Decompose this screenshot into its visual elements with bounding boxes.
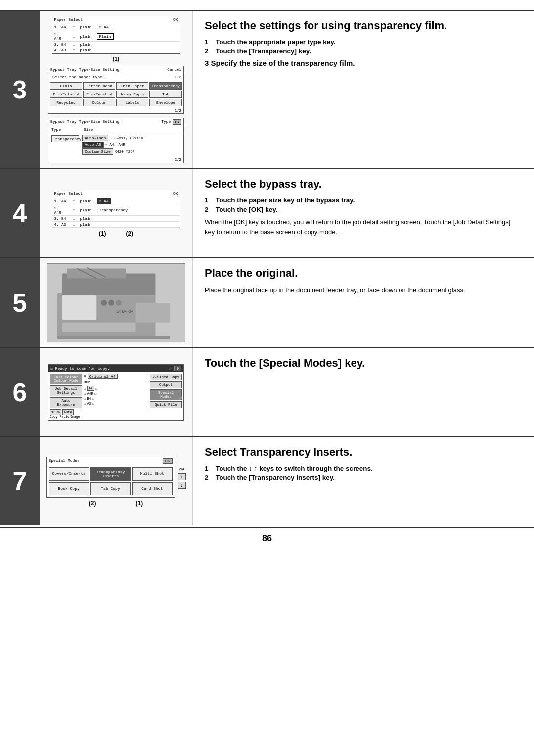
step-6-content: Touch the [Special Modes] key. bbox=[193, 348, 534, 436]
step-7-title: Select Transparency Inserts. bbox=[205, 445, 522, 460]
svg-point-8 bbox=[116, 300, 122, 306]
svg-rect-9 bbox=[62, 323, 135, 332]
step-5-image: SHARP bbox=[40, 258, 193, 347]
ps-row-3: 3. B4 ☐ plain bbox=[52, 42, 180, 47]
step-4-ps-screen: Paper Select OK 1. A4 ☐ plain ☑ A4 2. A4… bbox=[52, 190, 180, 228]
step-4-instr-2: 2 Touch the [OK] key. bbox=[205, 206, 522, 213]
bs-grid: Plain Letter Head Thin Paper Transparenc… bbox=[48, 81, 183, 108]
step-6-number: 6 bbox=[0, 348, 40, 436]
ps-row-4: 4. A3 ☐ plain bbox=[52, 47, 180, 53]
step-3-number: 3 bbox=[0, 11, 40, 168]
step-4-title: Select the bypass tray. bbox=[205, 177, 522, 191]
step-4-instructions: 1 Touch the paper size key of the bypass… bbox=[205, 196, 522, 213]
paper-select-screen-wrapper: Paper Select OK 1. A4 ☐ plain ☑ A4 2. A4… bbox=[52, 16, 180, 62]
step-7-instr-1: 1 Touch the ↓ ↑ keys to switch through t… bbox=[205, 465, 522, 472]
step-5-row: 5 bbox=[0, 257, 534, 347]
step-5-content: Place the original. Place the original f… bbox=[193, 258, 534, 347]
card-shot-button[interactable]: Card Shot bbox=[132, 482, 172, 495]
step-7-instructions: 1 Touch the ↓ ↑ keys to switch through t… bbox=[205, 465, 522, 481]
transparency-size-screen: Bypass Tray Type/Size Setting Type OK Ty… bbox=[48, 118, 184, 163]
nav-down-button[interactable]: ↓ bbox=[178, 482, 186, 489]
svg-point-6 bbox=[101, 300, 107, 306]
nav-up-button[interactable]: ↑ bbox=[178, 473, 186, 480]
bypass-type-screen-wrapper: Bypass Tray Type/Size Setting Cancel Sel… bbox=[48, 66, 184, 114]
step-7-image: Special Modes OK Covers/Inserts Transpar… bbox=[40, 437, 193, 525]
machine-photo: SHARP bbox=[47, 263, 185, 342]
bypass-type-screen: Bypass Tray Type/Size Setting Cancel Sel… bbox=[48, 66, 184, 114]
step-3-row: 3 Paper Select OK 1. A4 ☐ plain bbox=[0, 10, 534, 168]
step-3-instr-1: 1 Touch the appropriate paper type key. bbox=[205, 38, 522, 46]
step-3-sub-instruction: 3 Specify the size of the transparency f… bbox=[205, 59, 522, 67]
svg-rect-4 bbox=[135, 303, 170, 323]
ps-titlebar: Paper Select OK bbox=[52, 16, 180, 23]
step-3-screens: Paper Select OK 1. A4 ☐ plain ☑ A4 2. A4… bbox=[44, 16, 187, 163]
step-5-number: 5 bbox=[0, 258, 40, 347]
step-5-body: Place the original face up in the docume… bbox=[205, 285, 522, 296]
step-3-instr-2: 2 Touch the [Transparency] key. bbox=[205, 47, 522, 55]
step-6-image: ☑ Ready to scan for copy. ⇄ 0 Full Colou… bbox=[40, 348, 193, 436]
machine-svg: SHARP bbox=[47, 263, 185, 342]
step-4-number: 4 bbox=[0, 169, 40, 257]
step-4-content: Select the bypass tray. 1 Touch the pape… bbox=[193, 169, 534, 257]
step-4-image: Paper Select OK 1. A4 ☐ plain ☑ A4 2. A4… bbox=[40, 169, 193, 257]
page-container: 3 Paper Select OK 1. A4 ☐ plain bbox=[0, 0, 534, 559]
step-7-number: 7 bbox=[0, 437, 40, 525]
step-6-row: 6 ☑ Ready to scan for copy. ⇄ 0 Full Col… bbox=[0, 347, 534, 436]
special-modes-screen: Special Modes OK Covers/Inserts Transpar… bbox=[46, 457, 175, 498]
page-number: 86 bbox=[0, 527, 534, 549]
ts-titlebar: Bypass Tray Type/Size Setting Type OK bbox=[48, 118, 183, 126]
step-7-instr-2: 2 Touch the [Transparency Inserts] key. bbox=[205, 474, 522, 481]
step-7-row: 7 Special Modes OK Covers/Inserts Transp… bbox=[0, 436, 534, 525]
step-7-screen-wrapper: Special Modes OK Covers/Inserts Transpar… bbox=[46, 457, 186, 507]
ps-row-2: 2. A4R ☐ plain Plain bbox=[52, 31, 180, 42]
step-4-screen-wrapper: Paper Select OK 1. A4 ☐ plain ☑ A4 2. A4… bbox=[52, 190, 180, 237]
bs-titlebar: Bypass Tray Type/Size Setting Cancel bbox=[48, 66, 183, 73]
step-5-title: Place the original. bbox=[205, 266, 522, 281]
ps-row-1: 1. A4 ☐ plain ☑ A4 bbox=[52, 23, 180, 31]
transparency-size-screen-wrapper: Bypass Tray Type/Size Setting Type OK Ty… bbox=[48, 118, 184, 163]
svg-rect-5 bbox=[62, 295, 96, 320]
step-7-content: Select Transparency Inserts. 1 Touch the… bbox=[193, 437, 534, 525]
copy-mode-screen: ☑ Ready to scan for copy. ⇄ 0 Full Colou… bbox=[48, 364, 184, 421]
paper-select-screen: Paper Select OK 1. A4 ☐ plain ☑ A4 2. A4… bbox=[52, 16, 180, 54]
step-3-content: Select the settings for using transparen… bbox=[193, 11, 534, 168]
sm-buttons-grid: Covers/Inserts Transparency Inserts Mult… bbox=[47, 465, 175, 497]
step-4-instr-1: 1 Touch the paper size key of the bypass… bbox=[205, 196, 522, 204]
svg-point-7 bbox=[108, 300, 114, 306]
step-3-title: Select the settings for using transparen… bbox=[205, 19, 522, 33]
step-3-image: Paper Select OK 1. A4 ☐ plain ☑ A4 2. A4… bbox=[40, 11, 193, 168]
svg-text:SHARP: SHARP bbox=[116, 308, 134, 314]
step-3-instructions: 1 Touch the appropriate paper type key. … bbox=[205, 38, 522, 55]
svg-rect-10 bbox=[57, 336, 170, 339]
svg-rect-3 bbox=[67, 269, 126, 279]
step-4-row: 4 Paper Select OK 1. A4 ☐ plain ☑ A4 bbox=[0, 168, 534, 257]
step-6-title: Touch the [Special Modes] key. bbox=[205, 356, 522, 371]
step-4-body: When the [OK] key is touched, you will r… bbox=[205, 217, 522, 238]
